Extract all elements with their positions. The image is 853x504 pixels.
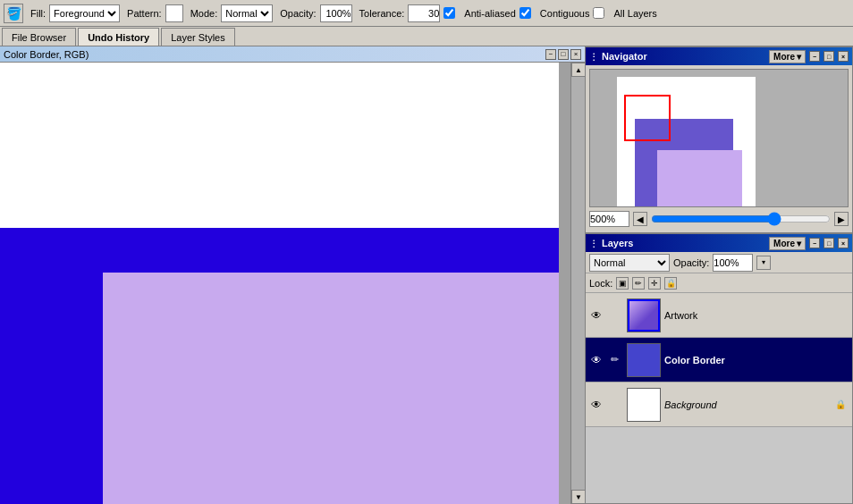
canvas-close-btn[interactable]: × (570, 49, 581, 60)
antialiased-label: Anti-aliased (464, 8, 515, 19)
tab-layer-styles[interactable]: Layer Styles (161, 28, 235, 46)
antialiased-checkbox[interactable] (443, 7, 455, 19)
colorborder-thumbnail (628, 344, 660, 376)
chevron-down-icon: ▾ (797, 52, 801, 62)
contiguous-checkbox[interactable] (519, 7, 531, 19)
main-area: Color Border, RGB) − □ × ▲ ▼ (0, 46, 853, 504)
fill-label: Fill: (30, 8, 46, 19)
nav-red-box (624, 95, 671, 141)
eye-icon-colorborder[interactable]: 👁 (589, 353, 604, 367)
navigator-minimize-btn[interactable]: − (809, 51, 820, 62)
all-layers-label: All Layers (613, 8, 656, 19)
paint-bucket-icon: 🪣 (4, 4, 23, 23)
scroll-up-arrow[interactable]: ▲ (571, 63, 585, 77)
tolerance-label: Tolerance: (359, 8, 405, 19)
layer-row-colorborder[interactable]: 👁 ✏ Color Border (586, 338, 852, 382)
zoom-out-btn[interactable]: ◀ (633, 212, 647, 226)
navigator-content: ◀ ▶ (586, 65, 852, 232)
tolerance-input[interactable] (408, 4, 440, 22)
nav-light-area (657, 150, 742, 207)
tab-undo-history[interactable]: Undo History (78, 28, 159, 46)
canvas-title: Color Border, RGB) (4, 49, 89, 60)
tabbar: File Browser Undo History Layer Styles (0, 27, 853, 46)
layers-minimize-btn[interactable]: − (809, 238, 820, 248)
layer-thumb-colorborder (627, 343, 661, 377)
toolbar: 🪣 Fill: Foreground Pattern: Mode: Normal… (0, 0, 853, 27)
scroll-track (571, 77, 585, 490)
right-panels: ⋮ Navigator More ▾ − □ × (585, 46, 853, 504)
navigator-grip-icon: ⋮ (589, 52, 598, 62)
eye-icon-artwork[interactable]: 👁 (589, 308, 604, 323)
opacity-label: Opacity: (673, 257, 709, 268)
layer-name-background: Background (664, 399, 834, 410)
layers-mode-select[interactable]: Normal (589, 254, 670, 272)
layers-toolbar: Normal Opacity: ▾ (586, 252, 852, 273)
edit-icon-colorborder[interactable]: ✏ (607, 353, 621, 367)
background-lock-icon: 🔒 (834, 399, 847, 411)
chevron-down-icon: ▾ (797, 239, 801, 248)
opacity-stepper[interactable]: ▾ (756, 256, 771, 270)
zoom-input[interactable] (589, 211, 629, 227)
lock-label: Lock: (589, 278, 612, 289)
navigator-titlebar: ⋮ Navigator More ▾ − □ × (586, 47, 852, 65)
lock-paint-btn[interactable]: ✏ (632, 277, 645, 290)
lock-all-btn[interactable]: 🔒 (664, 277, 677, 290)
eye-icon-background[interactable]: 👁 (589, 398, 604, 412)
canvas-panel: Color Border, RGB) − □ × ▲ ▼ (0, 46, 585, 504)
opacity-label: Opacity: (280, 8, 316, 19)
layers-lock-bar: Lock: ▣ ✏ ✛ 🔒 (586, 273, 852, 293)
canvas-content: ▲ ▼ (0, 63, 585, 504)
navigator-panel: ⋮ Navigator More ▾ − □ × (585, 46, 853, 233)
edit-icon-background (607, 398, 621, 412)
layers-close-btn[interactable]: × (838, 238, 849, 248)
canvas-white-area (0, 63, 559, 228)
layer-name-artwork: Artwork (664, 310, 850, 321)
background-thumbnail (628, 389, 660, 421)
canvas-maximize-btn[interactable]: □ (558, 49, 569, 60)
lock-transparency-btn[interactable]: ▣ (616, 277, 629, 290)
opacity-input[interactable] (320, 4, 352, 22)
layers-titlebar: ⋮ Layers More ▾ − □ × (586, 234, 852, 252)
artwork-thumbnail (628, 299, 660, 332)
navigator-zoom-bar: ◀ ▶ (589, 207, 849, 229)
all-layers-checkbox[interactable] (593, 7, 604, 19)
navigator-title: Navigator (602, 51, 647, 62)
fill-select[interactable]: Foreground (49, 4, 120, 22)
opacity-input[interactable] (713, 254, 753, 272)
canvas-titlebar: Color Border, RGB) − □ × (0, 46, 585, 63)
canvas-inner-area (103, 273, 559, 504)
mode-select[interactable]: Normal (221, 4, 273, 22)
navigator-preview (589, 69, 849, 207)
navigator-more-btn[interactable]: More ▾ (769, 50, 806, 63)
layer-thumb-artwork (627, 298, 661, 332)
scroll-down-arrow[interactable]: ▼ (571, 490, 585, 504)
canvas-minimize-btn[interactable]: − (545, 49, 556, 60)
layer-name-colorborder: Color Border (664, 355, 850, 365)
pattern-swatch[interactable] (165, 4, 183, 22)
layers-title: Layers (602, 238, 633, 248)
navigator-maximize-btn[interactable]: □ (823, 51, 834, 62)
layers-panel: ⋮ Layers More ▾ − □ × Normal Opacity: (585, 233, 853, 504)
contiguous-label: Contiguous (540, 8, 590, 19)
zoom-in-btn[interactable]: ▶ (834, 212, 849, 226)
layer-row-background[interactable]: 👁 Background 🔒 (586, 382, 852, 427)
navigator-close-btn[interactable]: × (838, 51, 849, 62)
lock-move-btn[interactable]: ✛ (648, 277, 661, 290)
canvas-scrollbar-v[interactable]: ▲ ▼ (570, 63, 585, 504)
layers-maximize-btn[interactable]: □ (823, 238, 834, 248)
layers-list: 👁 Artwork 👁 ✏ Color Border (586, 293, 852, 503)
edit-icon-artwork (607, 308, 621, 323)
layers-more-btn[interactable]: More ▾ (769, 237, 806, 250)
layer-row-artwork[interactable]: 👁 Artwork (586, 293, 852, 338)
tab-file-browser[interactable]: File Browser (2, 28, 76, 46)
zoom-slider[interactable] (651, 213, 831, 225)
layers-grip-icon: ⋮ (589, 239, 598, 248)
mode-label: Mode: (190, 8, 218, 19)
pattern-label: Pattern: (127, 8, 162, 19)
canvas-window-controls: − □ × (545, 49, 581, 60)
layer-thumb-background (627, 388, 661, 422)
